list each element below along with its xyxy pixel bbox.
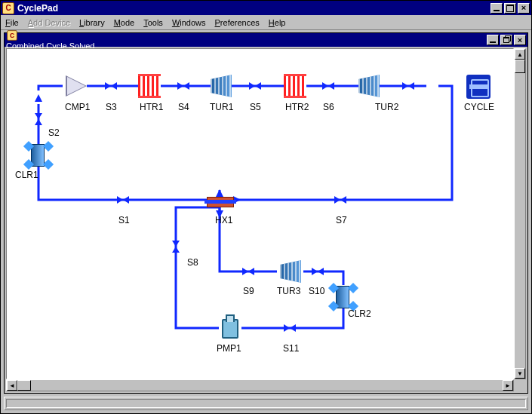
menu-add-device: Add Device	[28, 18, 70, 27]
menu-preferences[interactable]: Preferences	[215, 18, 260, 27]
close-button[interactable]: ×	[518, 3, 530, 14]
maximize-button[interactable]	[504, 3, 516, 14]
label-s5: S5	[250, 102, 261, 112]
menu-help[interactable]: Help	[269, 18, 286, 27]
status-bar-well	[6, 399, 526, 408]
label-tur2: TUR2	[375, 102, 398, 112]
label-htr2: HTR2	[285, 102, 309, 112]
document-window: C Combined Cycle Solved ×	[4, 32, 528, 394]
doc-title-bar[interactable]: C Combined Cycle Solved ×	[5, 33, 527, 47]
app-icon: C	[2, 2, 14, 14]
scroll-left-button[interactable]: ◄	[7, 380, 17, 391]
label-s7: S7	[336, 215, 347, 225]
fan-icon	[43, 141, 54, 152]
pump-icon	[222, 319, 238, 339]
menu-library[interactable]: Library	[79, 18, 105, 27]
component-htr2[interactable]	[282, 75, 309, 97]
app-title: CyclePad	[17, 3, 58, 14]
menu-mode[interactable]: Mode	[114, 18, 135, 27]
label-s10: S10	[309, 286, 324, 296]
fan-icon	[348, 283, 358, 293]
label-htr1: HTR1	[140, 102, 163, 112]
component-tur2[interactable]	[355, 75, 383, 97]
scroll-down-button[interactable]: ▼	[515, 368, 525, 379]
mdi-client-area: C Combined Cycle Solved ×	[4, 32, 528, 394]
label-s2: S2	[48, 127, 60, 138]
label-tur3: TUR3	[277, 286, 300, 296]
menu-tools[interactable]: Tools	[143, 18, 163, 27]
doc-minimize-button[interactable]	[487, 35, 499, 45]
label-cycle: CYCLE	[464, 102, 494, 112]
scroll-thumb[interactable]	[515, 60, 525, 73]
component-cmp1[interactable]	[63, 75, 90, 97]
menu-windows[interactable]: Windows	[172, 18, 206, 27]
component-clr1[interactable]	[25, 143, 52, 168]
scroll-right-button[interactable]: ►	[503, 380, 513, 391]
stream-lines	[7, 49, 514, 379]
label-clr1: CLR1	[15, 170, 38, 180]
scroll-thumb[interactable]	[17, 380, 31, 391]
component-clr2[interactable]	[330, 284, 357, 310]
component-tur1[interactable]	[208, 75, 235, 97]
label-s11: S11	[283, 343, 299, 354]
diagram-canvas[interactable]: CMP1 HTR1 TUR1 HTR2 TUR2 CYCLE	[6, 48, 514, 379]
label-s9: S9	[243, 286, 254, 296]
label-tur1: TUR1	[210, 102, 233, 112]
label-cmp1: CMP1	[65, 102, 90, 112]
heater-icon	[284, 76, 306, 96]
app-title-bar[interactable]: C CyclePad ×	[1, 1, 531, 15]
doc-close-button[interactable]: ×	[514, 35, 526, 45]
turbine-icon	[358, 75, 380, 97]
label-pmp1: PMP1	[217, 343, 241, 354]
component-htr1[interactable]	[137, 75, 164, 97]
svg-marker-2	[35, 94, 42, 102]
heat-exchanger-icon	[207, 197, 234, 207]
label-s8: S8	[187, 257, 198, 268]
component-hx1[interactable]	[207, 191, 234, 213]
status-bar	[4, 397, 528, 410]
minimize-button[interactable]	[490, 3, 503, 14]
doc-icon: C	[7, 30, 17, 41]
label-s6: S6	[323, 102, 334, 112]
doc-restore-button[interactable]	[500, 35, 512, 45]
label-s4: S4	[178, 102, 189, 112]
menu-file[interactable]: File	[5, 18, 19, 27]
label-s1: S1	[118, 215, 130, 225]
turbine-icon	[280, 260, 301, 283]
app-window: C CyclePad × File Add Device Library Mod…	[0, 0, 532, 414]
component-cycle[interactable]	[466, 75, 494, 97]
heater-icon	[138, 76, 161, 96]
vertical-scrollbar[interactable]: ▲ ▼	[514, 48, 526, 379]
label-hx1: HX1	[215, 215, 232, 225]
compressor-icon	[66, 75, 87, 97]
component-tur3[interactable]	[277, 260, 304, 283]
scroll-up-button[interactable]: ▲	[515, 49, 525, 60]
label-s3: S3	[106, 102, 117, 112]
menu-bar: File Add Device Library Mode Tools Windo…	[1, 15, 531, 30]
label-clr2: CLR2	[348, 308, 371, 319]
horizontal-scrollbar[interactable]: ◄ ►	[6, 379, 514, 391]
component-pmp1[interactable]	[216, 316, 243, 339]
diagram: CMP1 HTR1 TUR1 HTR2 TUR2 CYCLE	[7, 49, 514, 379]
fan-icon	[43, 159, 54, 170]
cycle-icon	[466, 75, 490, 99]
turbine-icon	[211, 75, 232, 97]
